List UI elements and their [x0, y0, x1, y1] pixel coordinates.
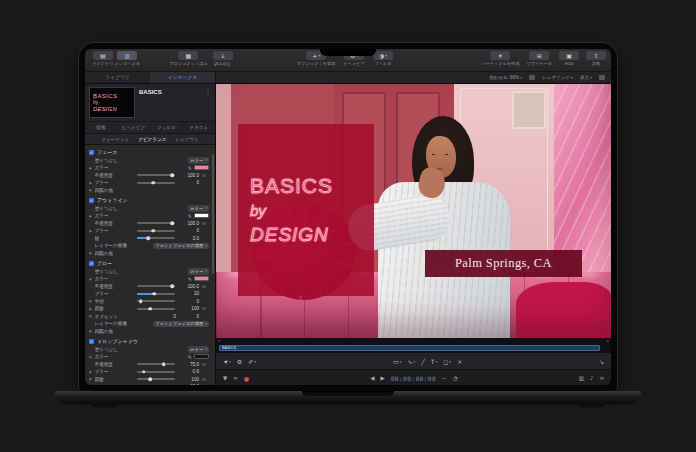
slider[interactable] [137, 300, 175, 302]
slider[interactable] [137, 222, 175, 224]
slider[interactable] [137, 363, 175, 365]
section-checkbox[interactable]: ✓ [89, 261, 94, 266]
popup-control[interactable]: カラー▾ [188, 346, 209, 353]
slider-thumb[interactable] [151, 181, 155, 185]
color-well[interactable] [194, 165, 209, 170]
eyedropper-icon[interactable]: ✎ [188, 213, 192, 219]
eyedropper-icon[interactable]: ✎ [188, 276, 192, 282]
value-field[interactable]: 15.0 [178, 384, 199, 385]
slider[interactable] [137, 237, 175, 239]
color-well[interactable] [194, 213, 209, 218]
kebab-menu-icon[interactable]: ⋮ [205, 89, 211, 95]
hud-button[interactable]: ▣ HUD [559, 51, 579, 66]
value-field[interactable]: 3.0 [178, 236, 199, 241]
value-field[interactable]: 0 [155, 314, 176, 319]
value-field[interactable]: 10 [178, 291, 199, 296]
inspector-tab-3[interactable]: テキスト [183, 122, 215, 133]
text-tool[interactable]: T▾ [431, 358, 437, 365]
eyedropper-icon[interactable]: ✎ [188, 165, 192, 171]
render-popup[interactable]: レンダリング ▾ [542, 75, 573, 80]
inspector-tab-1[interactable]: ビヘイビア [118, 122, 151, 133]
slider[interactable] [137, 371, 175, 373]
value-field[interactable]: 75.0 [178, 362, 199, 367]
value-field[interactable]: 0 [178, 228, 199, 233]
section-checkbox[interactable]: ✓ [89, 339, 94, 344]
subtab-0[interactable]: フォーマット [101, 137, 129, 142]
overlay-toggle-icon[interactable] [599, 75, 605, 80]
shape-tool[interactable]: ▭▾ [393, 358, 401, 365]
expand-timing-button[interactable]: ↘ [599, 358, 604, 365]
mask-tool[interactable]: ◻▾ [443, 358, 451, 365]
slider-thumb[interactable] [142, 370, 146, 374]
slider-thumb[interactable] [162, 362, 166, 366]
import-button[interactable]: ↓ 読み込む [213, 51, 233, 66]
marker-button[interactable]: ▼ [223, 375, 227, 381]
tab-inspector[interactable]: インスペクタ [150, 72, 215, 83]
canvas-viewport[interactable]: BASICS by DESIGN Palm Springs, CA [216, 84, 611, 338]
paint-tool[interactable]: ✐▾ [248, 358, 256, 365]
channels-icon[interactable] [529, 75, 535, 80]
minus-button[interactable]: − [442, 375, 447, 381]
timeline-left-arrow[interactable]: ◂ [218, 339, 220, 343]
value-field[interactable]: 100.0 [178, 284, 199, 289]
value-field[interactable]: 0 [178, 180, 199, 185]
select-tool[interactable]: ➤▾ [223, 358, 231, 365]
inspector-tab-2[interactable]: フィルタ [151, 122, 184, 133]
tab-library[interactable]: ライブラリ [85, 72, 150, 83]
value-field[interactable]: 0 [178, 314, 199, 319]
section-checkbox[interactable]: ✓ [89, 198, 94, 203]
delete-tool[interactable]: × [457, 358, 462, 365]
slider[interactable] [137, 174, 175, 176]
inspector-tab-0[interactable]: 情報 [85, 122, 118, 133]
line-tool[interactable]: ╱ [421, 358, 425, 365]
link-button[interactable]: ∞ [599, 375, 604, 381]
section-checkbox[interactable]: ✓ [89, 150, 94, 155]
location-lower-third[interactable]: Palm Springs, CA [425, 250, 582, 277]
slider-thumb[interactable] [139, 299, 143, 303]
timeline-right-arrow[interactable]: ▸ [607, 339, 609, 343]
value-field[interactable]: 100.0 [178, 221, 199, 226]
slider[interactable] [137, 378, 175, 380]
zoom-level-popup[interactable]: 合わせる: 66% ▾ [489, 75, 522, 80]
eyedropper-icon[interactable]: ✎ [188, 354, 192, 360]
stopwatch-icon[interactable]: ◔ [453, 375, 458, 381]
timecode-display[interactable]: 00:00:00:00 [391, 375, 436, 382]
make-particles-button[interactable]: ☀ パーティクルを作成 [481, 51, 519, 66]
bezier-tool[interactable]: ∿▾ [407, 358, 415, 365]
popup-control[interactable]: カラー▾ [188, 268, 209, 275]
slider-thumb[interactable] [171, 284, 175, 288]
adjust-tool[interactable]: ⚙ [237, 358, 242, 365]
popup-control[interactable]: カラー▾ [188, 157, 209, 164]
value-field[interactable]: 0 [178, 299, 199, 304]
value-field[interactable]: 100 [178, 306, 199, 311]
color-well[interactable] [194, 354, 209, 359]
popup-control[interactable]: フォントフェイスの背面▾ [153, 321, 209, 328]
step-back-button[interactable]: ◀ [370, 375, 374, 381]
inspector-button[interactable]: ▥ インスペクタ [114, 51, 140, 66]
value-field[interactable]: 100 [178, 377, 199, 382]
slider-thumb[interactable] [149, 307, 153, 311]
slider[interactable] [137, 285, 175, 287]
slider[interactable] [137, 308, 175, 310]
project-pane-button[interactable]: ▦ プロジェクトパネル [169, 51, 208, 66]
slider[interactable] [137, 182, 175, 184]
popup-control[interactable]: フォントフェイスの背面▾ [153, 243, 209, 250]
color-well[interactable] [194, 276, 209, 281]
title-overlay[interactable]: BASICS by DESIGN [238, 124, 374, 296]
slider-thumb[interactable] [152, 292, 156, 296]
slider-thumb[interactable] [171, 173, 175, 177]
mini-timeline[interactable]: ◂ ▸ BASICS [216, 338, 611, 354]
value-field[interactable]: 100.0 [178, 173, 199, 178]
filters-button[interactable]: ◑▾ フィルタ [373, 51, 393, 66]
film-view-button[interactable]: ▥ [579, 375, 584, 381]
slider[interactable] [137, 230, 175, 232]
audio-button[interactable]: ♪ [590, 375, 594, 381]
library-button[interactable]: ▤ ライブラリ [92, 51, 113, 66]
display-popup[interactable]: 表示 ▾ [580, 75, 592, 80]
value-field[interactable]: 0.6 [178, 369, 199, 374]
panel-scrollbar[interactable] [212, 154, 214, 274]
popup-control[interactable]: カラー▾ [188, 205, 209, 212]
loop-button[interactable]: ∞ [233, 375, 238, 381]
slider-thumb[interactable] [149, 377, 153, 381]
object-thumbnail[interactable]: BASICS by DESIGN [89, 87, 135, 118]
